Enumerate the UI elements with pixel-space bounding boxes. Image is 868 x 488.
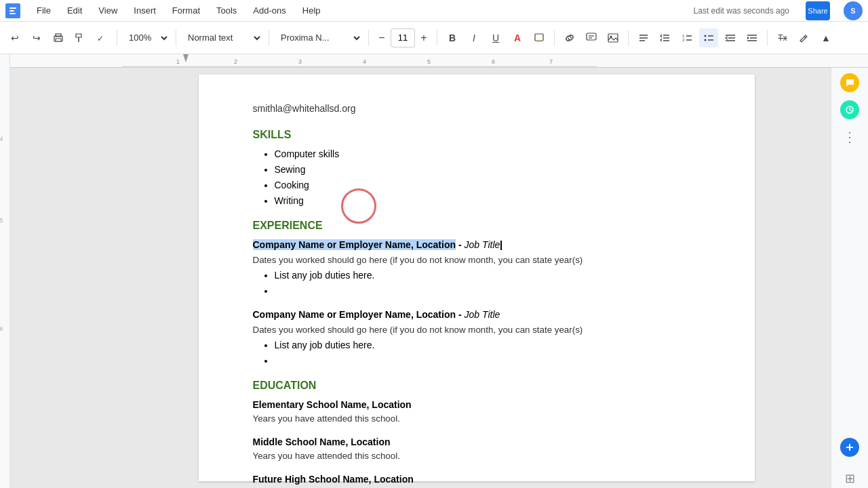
svg-rect-10	[536, 41, 542, 42]
job2-company: Company Name or Employer Name,	[253, 309, 414, 320]
skill-item-2: Sewing	[275, 163, 701, 177]
expand-button[interactable]: ⊞	[840, 469, 859, 488]
menu-tools[interactable]: Tools	[214, 4, 239, 17]
job2-dates: Dates you worked should go here (if you …	[253, 323, 701, 337]
add-comment-fab[interactable]	[840, 438, 859, 457]
bullet-list-button[interactable]	[699, 28, 718, 47]
email-line: smithla@whitehallsd.org	[253, 102, 701, 116]
editing-mode-button[interactable]	[795, 28, 814, 47]
undo-button[interactable]: ↩	[5, 28, 24, 47]
menu-insert[interactable]: Insert	[131, 4, 159, 17]
redo-button[interactable]: ↪	[27, 28, 46, 47]
separator-1	[117, 30, 117, 46]
teal-icon-button[interactable]	[840, 100, 859, 119]
comment-icon-button[interactable]	[840, 73, 859, 92]
separator-4	[368, 30, 369, 46]
svg-line-48	[850, 110, 852, 111]
menu-help[interactable]: Help	[300, 4, 323, 17]
left-margin: 4 5 6	[0, 54, 10, 488]
edu1-desc: Years you have attended this school.	[253, 412, 701, 426]
font-size-decrease[interactable]: −	[374, 30, 389, 45]
style-select[interactable]: Normal textHeading 1Heading 2	[182, 28, 263, 47]
job2-title: Job Title	[464, 309, 500, 320]
edu-entry-1: Elementary School Name, Location Years y…	[253, 398, 701, 426]
page-num-4: 4	[0, 136, 3, 142]
menu-bar: File Edit View Insert Format Tools Add-o…	[0, 0, 868, 22]
svg-rect-3	[9, 13, 16, 14]
highlight-button[interactable]	[530, 28, 549, 47]
ruler: 1 2 3 4 5 6 7	[122, 54, 831, 68]
share-button[interactable]: Share	[806, 1, 830, 20]
job2-duty-1: List any job duties here.	[275, 338, 701, 352]
page-num-5: 5	[0, 217, 3, 224]
separator-5	[437, 30, 437, 46]
zoom-select[interactable]: 100%75%125%	[123, 28, 170, 47]
svg-point-26	[705, 35, 707, 37]
svg-marker-37	[183, 54, 189, 62]
font-size-controls: − +	[374, 28, 431, 47]
numbered-list-button[interactable]: 1.2.	[677, 28, 696, 47]
svg-text:✓: ✓	[97, 34, 104, 43]
skills-section-title: SKILLS	[253, 127, 701, 143]
job2-dash: -	[456, 309, 464, 320]
svg-text:6: 6	[492, 58, 495, 65]
comment-insert-button[interactable]	[582, 28, 601, 47]
clear-format-button[interactable]: Tx	[773, 28, 792, 47]
font-size-input[interactable]	[391, 28, 415, 47]
toolbar: ↩ ↪ ✓ 100%75%125% Normal textHeading 1He…	[0, 22, 868, 54]
separator-3	[269, 30, 269, 46]
menu-view[interactable]: View	[96, 4, 120, 17]
svg-line-36	[804, 37, 806, 38]
edu1-name: Elementary School Name, Location	[253, 398, 701, 412]
right-panel: ⋮ ⊞	[831, 68, 868, 488]
ruler-left-spacer	[10, 54, 122, 68]
paint-format-button[interactable]	[71, 28, 90, 47]
document-scroll-area[interactable]: smithla@whitehallsd.org SKILLS Computer …	[122, 68, 831, 488]
text-color-button[interactable]: A	[508, 28, 527, 47]
decrease-indent-button[interactable]	[721, 28, 740, 47]
svg-text:5: 5	[427, 58, 431, 65]
svg-text:3: 3	[298, 58, 302, 65]
ruler-right-spacer	[831, 54, 868, 68]
spellcheck-button[interactable]: ✓	[92, 28, 111, 47]
app-logo	[5, 3, 20, 18]
menu-edit[interactable]: Edit	[64, 4, 85, 17]
separator-8	[767, 30, 768, 46]
underline-button[interactable]: U	[486, 28, 505, 47]
job-entry-2: Company Name or Employer Name, Location …	[253, 308, 701, 368]
svg-text:7: 7	[549, 58, 553, 65]
bold-button[interactable]: B	[443, 28, 462, 47]
left-doc-margin	[10, 68, 122, 488]
experience-section-title: EXPERIENCE	[253, 218, 701, 234]
education-section-title: EDUCATION	[253, 378, 701, 394]
collapse-toolbar-button[interactable]: ▲	[816, 28, 835, 47]
job1-company: Company Name or Employer Name,	[253, 239, 414, 250]
job1-location: Location	[414, 239, 456, 250]
print-button[interactable]	[49, 28, 68, 47]
align-button[interactable]	[634, 28, 653, 47]
menu-file[interactable]: File	[34, 4, 54, 17]
menu-addons[interactable]: Add-ons	[250, 4, 288, 17]
user-avatar[interactable]: S	[844, 1, 863, 20]
font-select[interactable]: Proxima N...ArialTimes New Roman	[275, 28, 363, 47]
job2-duties: List any job duties here.	[253, 338, 701, 368]
page-num-6: 6	[0, 325, 3, 332]
job1-duties: List any job duties here.	[253, 268, 701, 298]
increase-indent-button[interactable]	[743, 28, 762, 47]
vertical-dots-menu[interactable]: ⋮	[843, 130, 856, 144]
italic-button[interactable]: I	[465, 28, 484, 47]
job1-title: Job Title	[464, 239, 500, 250]
link-button[interactable]	[560, 28, 579, 47]
line-spacing-button[interactable]	[656, 28, 675, 47]
job-entry-1: Company Name or Employer Name, Location …	[253, 238, 701, 298]
menu-format[interactable]: Format	[170, 4, 203, 17]
job-title-line-1: Company Name or Employer Name, Location …	[253, 238, 701, 252]
separator-7	[628, 30, 629, 46]
skill-item-1: Computer skills	[275, 147, 701, 161]
separator-6	[554, 30, 555, 46]
edu2-desc: Years you have attended this school.	[253, 449, 701, 463]
edu-entry-2: Middle School Name, Location Years you h…	[253, 435, 701, 463]
svg-text:4: 4	[363, 58, 366, 65]
image-button[interactable]	[604, 28, 623, 47]
font-size-increase[interactable]: +	[416, 30, 431, 45]
